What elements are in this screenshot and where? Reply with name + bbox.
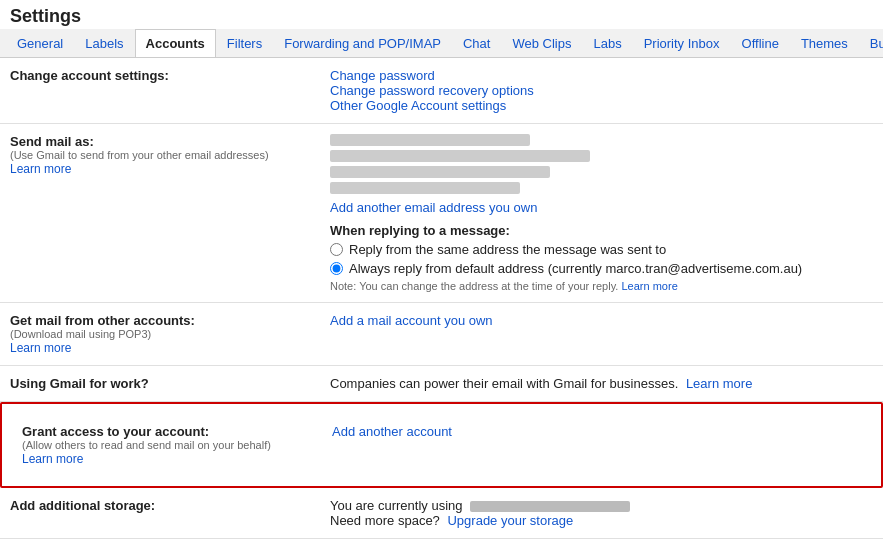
account-row-4 [330, 182, 873, 194]
change-account-content: Change password Change password recovery… [330, 68, 873, 113]
nav-general[interactable]: General [6, 29, 74, 57]
nav-themes[interactable]: Themes [790, 29, 859, 57]
reply-heading: When replying to a message: [330, 223, 873, 238]
gmail-work-text: Companies can power their email with Gma… [330, 376, 678, 391]
storage-usage-row: You are currently using [330, 498, 873, 513]
account-row-1 [330, 134, 873, 146]
grant-access-label: Grant access to your account: (Allow oth… [12, 414, 332, 476]
upgrade-storage-link[interactable]: Upgrade your storage [447, 513, 573, 528]
get-mail-content: Add a mail account you own [330, 313, 873, 355]
change-account-section: Change account settings: Change password… [0, 58, 883, 124]
storage-section: Add additional storage: You are currentl… [0, 488, 883, 539]
change-recovery-link[interactable]: Change password recovery options [330, 83, 534, 98]
send-mail-content: Add another email address you own When r… [330, 134, 873, 292]
reply-section: When replying to a message: Reply from t… [330, 223, 873, 292]
gmail-work-content: Companies can power their email with Gma… [330, 376, 873, 391]
reply-note-learn-more[interactable]: Learn more [622, 280, 678, 292]
storage-text2: Need more space? [330, 513, 440, 528]
reply-note: Note: You can change the address at the … [330, 280, 873, 292]
blurred-email-3 [330, 166, 550, 178]
nav-buzz[interactable]: Buzz [859, 29, 883, 57]
blurred-email-4 [330, 182, 520, 194]
get-mail-heading: Get mail from other accounts: [10, 313, 320, 328]
reply-option1-row: Reply from the same address the message … [330, 242, 873, 257]
add-another-account-link[interactable]: Add another account [332, 424, 452, 439]
grant-access-content: Add another account [332, 414, 871, 476]
gmail-work-learn-more[interactable]: Learn more [686, 376, 752, 391]
nav-forwarding[interactable]: Forwarding and POP/IMAP [273, 29, 452, 57]
reply-option2-row: Always reply from default address (curre… [330, 261, 873, 276]
blurred-email-1 [330, 134, 530, 146]
grant-access-section: Grant access to your account: (Allow oth… [0, 402, 883, 488]
grant-access-sub: (Allow others to read and send mail on y… [22, 439, 322, 451]
nav-chat[interactable]: Chat [452, 29, 501, 57]
other-settings-link[interactable]: Other Google Account settings [330, 98, 506, 113]
gmail-work-heading: Using Gmail for work? [10, 376, 320, 391]
send-mail-section: Send mail as: (Use Gmail to send from yo… [0, 124, 883, 303]
send-mail-label: Send mail as: (Use Gmail to send from yo… [10, 134, 330, 292]
get-mail-section: Get mail from other accounts: (Download … [0, 303, 883, 366]
nav-labs[interactable]: Labs [582, 29, 632, 57]
send-mail-sub: (Use Gmail to send from your other email… [10, 149, 320, 161]
get-mail-learn-more[interactable]: Learn more [10, 341, 71, 355]
nav-priority-inbox[interactable]: Priority Inbox [633, 29, 731, 57]
account-row-3 [330, 166, 873, 178]
reply-option2-radio[interactable] [330, 262, 343, 275]
reply-option2-label: Always reply from default address (curre… [349, 261, 802, 276]
storage-content: You are currently using Need more space?… [330, 498, 873, 528]
storage-heading: Add additional storage: [10, 498, 320, 513]
nav-webclips[interactable]: Web Clips [501, 29, 582, 57]
grant-access-learn-more[interactable]: Learn more [22, 452, 83, 466]
reply-option1-label: Reply from the same address the message … [349, 242, 666, 257]
gmail-work-label: Using Gmail for work? [10, 376, 330, 391]
change-account-label: Change account settings: [10, 68, 330, 113]
nav-filters[interactable]: Filters [216, 29, 273, 57]
storage-label: Add additional storage: [10, 498, 330, 528]
nav-labels[interactable]: Labels [74, 29, 134, 57]
send-mail-heading: Send mail as: [10, 134, 320, 149]
storage-text: You are currently using [330, 498, 463, 513]
settings-title: Settings [0, 0, 883, 29]
send-mail-learn-more[interactable]: Learn more [10, 162, 71, 176]
grant-access-heading: Grant access to your account: [22, 424, 322, 439]
change-password-link[interactable]: Change password [330, 68, 435, 83]
get-mail-sub: (Download mail using POP3) [10, 328, 320, 340]
storage-upgrade-row: Need more space? Upgrade your storage [330, 513, 873, 528]
nav-offline[interactable]: Offline [731, 29, 790, 57]
storage-blurred-value [470, 501, 630, 512]
add-email-link[interactable]: Add another email address you own [330, 200, 537, 215]
gmail-work-section: Using Gmail for work? Companies can powe… [0, 366, 883, 402]
blurred-email-2 [330, 150, 590, 162]
settings-content: Change account settings: Change password… [0, 58, 883, 539]
change-account-heading: Change account settings: [10, 68, 169, 83]
nav-accounts[interactable]: Accounts [135, 29, 216, 57]
nav-bar: General Labels Accounts Filters Forwardi… [0, 29, 883, 58]
reply-option1-radio[interactable] [330, 243, 343, 256]
account-row-2 [330, 150, 873, 162]
add-mail-account-link[interactable]: Add a mail account you own [330, 313, 493, 328]
get-mail-label: Get mail from other accounts: (Download … [10, 313, 330, 355]
